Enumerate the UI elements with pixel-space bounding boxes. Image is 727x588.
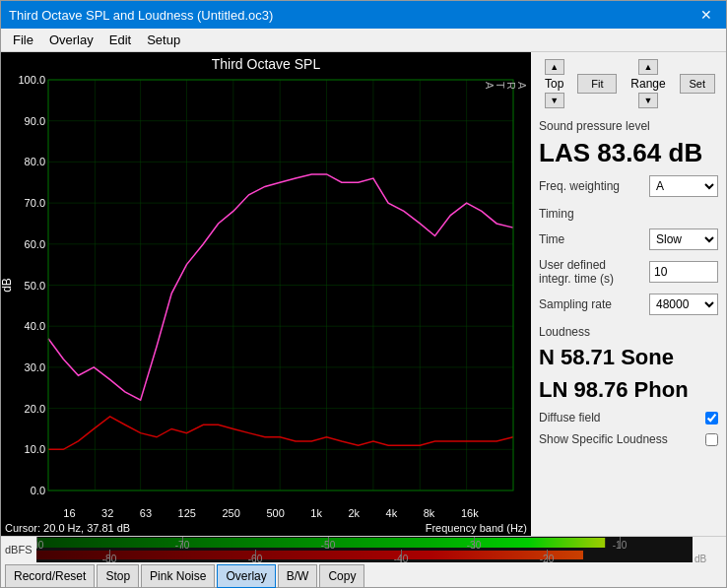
show-specific-checkbox[interactable]: [705, 433, 718, 446]
freq-weighting-label: Freq. weighting: [539, 179, 620, 193]
sampling-rate-label: Sampling rate: [539, 297, 612, 311]
bw-btn[interactable]: B/W: [278, 564, 318, 588]
diffuse-field-checkbox[interactable]: [705, 412, 718, 425]
x-label-63: 63: [140, 507, 152, 519]
fit-nav-group: Fit: [577, 58, 617, 109]
spl-section-label: Sound pressure level: [539, 119, 718, 133]
freq-weighting-select[interactable]: A C Z: [649, 175, 718, 197]
menu-bar: File Overlay Edit Setup: [1, 29, 726, 52]
overlay-btn[interactable]: Overlay: [217, 564, 275, 588]
top-nav-group: ▲ Top ▼: [539, 59, 569, 108]
menu-setup[interactable]: Setup: [139, 31, 188, 49]
range-nav-group: ▲ Range ▼: [625, 59, 671, 108]
x-label-250: 250: [223, 507, 240, 519]
x-label-2k: 2k: [348, 507, 360, 519]
record-reset-btn[interactable]: Record/Reset: [5, 564, 95, 588]
show-specific-label: Show Specific Loudness: [539, 432, 668, 446]
range-label: Range: [625, 75, 671, 93]
pink-noise-btn[interactable]: Pink Noise: [141, 564, 215, 588]
fit-btn[interactable]: Fit: [577, 74, 617, 94]
right-panel: ▲ Top ▼ Fit ▲ Range ▼ Set: [531, 52, 726, 536]
loudness-section-label: Loudness: [539, 325, 718, 339]
sampling-rate-select[interactable]: 48000 44100 96000: [649, 294, 718, 315]
chart-canvas: [1, 74, 531, 506]
x-label-16k: 16k: [461, 507, 479, 519]
arta-label: ARTA: [484, 82, 527, 90]
buttons-row: Record/Reset Stop Pink Noise Overlay B/W…: [1, 562, 726, 588]
user-integr-row: User defined integr. time (s): [539, 258, 718, 287]
stop-btn[interactable]: Stop: [97, 564, 139, 588]
chart-cursor-info: Cursor: 20.0 Hz, 37.81 dB Frequency band…: [1, 520, 531, 536]
chart-area: Third Octave SPL ARTA 16 32 63 125 250 5…: [1, 52, 531, 536]
loudness-n-value: N 58.71 Sone: [539, 345, 718, 370]
dbfs-row: dBFS: [1, 537, 726, 562]
nav-row: ▲ Top ▼ Fit ▲ Range ▼ Set: [539, 58, 718, 109]
user-integr-label: User defined integr. time (s): [539, 258, 628, 287]
copy-btn[interactable]: Copy: [319, 564, 364, 588]
diffuse-field-row: Diffuse field: [539, 411, 718, 425]
loudness-ln-value: LN 98.76 Phon: [539, 377, 718, 403]
show-specific-row: Show Specific Loudness: [539, 432, 718, 446]
x-label-1k: 1k: [310, 507, 322, 519]
top-down-btn[interactable]: ▼: [545, 93, 564, 108]
window-title: Third Octave SPL and Loudness (Untitled.…: [9, 8, 273, 23]
cursor-info: Cursor: 20.0 Hz, 37.81 dB: [5, 522, 130, 534]
diffuse-field-label: Diffuse field: [539, 411, 600, 425]
range-up-btn[interactable]: ▲: [638, 59, 658, 75]
spl-value: LAS 83.64 dB: [539, 139, 718, 167]
chart-x-labels: 16 32 63 125 250 500 1k 2k 4k 8k 16k: [1, 506, 531, 520]
chart-inner: ARTA: [1, 74, 531, 506]
timing-section-label: Timing: [539, 207, 718, 221]
menu-file[interactable]: File: [5, 31, 41, 49]
x-label-8k: 8k: [424, 507, 435, 519]
sampling-rate-row: Sampling rate 48000 44100 96000: [539, 294, 718, 315]
range-down-btn[interactable]: ▼: [638, 93, 658, 108]
chart-title: Third Octave SPL: [1, 52, 531, 74]
x-label-32: 32: [101, 507, 113, 519]
x-label-500: 500: [266, 507, 284, 519]
dbfs-label: dBFS: [5, 544, 33, 555]
set-nav-group: Set: [680, 58, 715, 109]
x-label-16: 16: [63, 507, 75, 519]
bottom-bar: dBFS Record/Reset Stop Pink Noise Overla…: [1, 536, 726, 587]
close-button[interactable]: ✕: [694, 5, 718, 25]
time-label: Time: [539, 232, 564, 246]
set-btn[interactable]: Set: [680, 74, 715, 94]
menu-edit[interactable]: Edit: [101, 31, 139, 49]
title-bar: Third Octave SPL and Loudness (Untitled.…: [1, 1, 726, 29]
main-content: Third Octave SPL ARTA 16 32 63 125 250 5…: [1, 52, 726, 536]
user-integr-input[interactable]: [649, 261, 718, 283]
time-select[interactable]: Slow Fast: [649, 229, 718, 250]
freq-band-label: Frequency band (Hz): [426, 522, 527, 534]
main-window: Third Octave SPL and Loudness (Untitled.…: [0, 0, 727, 588]
time-row: Time Slow Fast: [539, 229, 718, 250]
x-label-4k: 4k: [386, 507, 398, 519]
x-label-125: 125: [178, 507, 196, 519]
meter-canvas: [36, 537, 722, 562]
menu-overlay[interactable]: Overlay: [41, 31, 101, 49]
freq-weighting-row: Freq. weighting A C Z: [539, 175, 718, 197]
top-label: Top: [539, 75, 569, 93]
meter-container: [36, 537, 722, 562]
top-up-btn[interactable]: ▲: [545, 59, 564, 75]
